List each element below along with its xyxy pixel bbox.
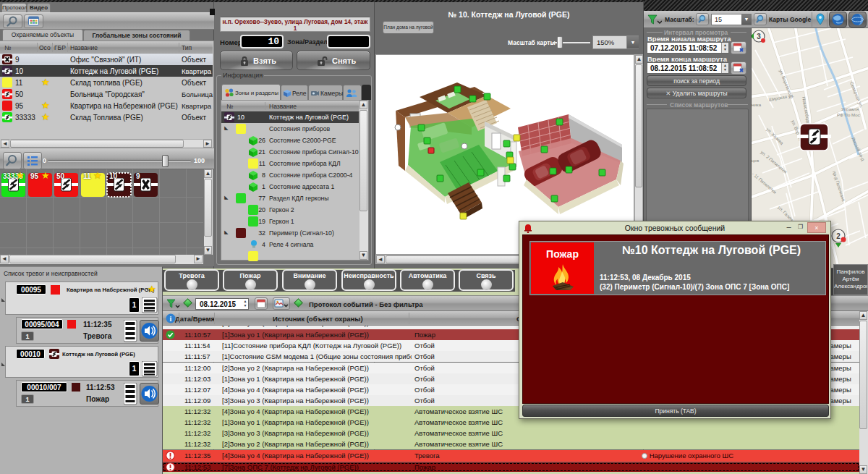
svg-text:Управля: Управля [841, 106, 859, 111]
svg-text:РФ По Мос: РФ По Мос [837, 112, 860, 117]
svg-text:3: 3 [757, 33, 761, 41]
svg-text:цев: цев [752, 158, 760, 163]
svg-text:2: 2 [836, 232, 841, 240]
svg-text:ника: ника [752, 102, 762, 107]
svg-text:i: i [170, 315, 172, 323]
